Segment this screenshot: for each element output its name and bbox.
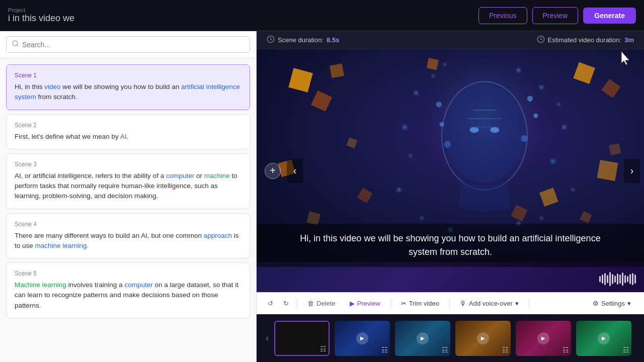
toolbar-separator-3: [449, 299, 450, 309]
trim-video-button[interactable]: ✂ Trim video: [395, 297, 445, 310]
timeline-thumb-5[interactable]: ▶☷: [516, 321, 571, 356]
thumb-overlay-icon-1: ☷: [320, 345, 327, 353]
search-icon: [12, 40, 19, 49]
thumb-play-icon-6: ▶: [598, 332, 610, 344]
dropdown-arrow-icon: ▾: [515, 300, 519, 307]
timeline-thumb-6[interactable]: ▶☷: [576, 321, 631, 356]
svg-point-0: [13, 41, 18, 46]
estimated-duration-value: 3m: [624, 36, 634, 44]
trim-icon: ✂: [401, 300, 407, 307]
thumb-play-icon-3: ▶: [417, 332, 429, 344]
svg-point-24: [550, 159, 555, 163]
right-panel: Scene duration: 8.5s Estimated video dur…: [257, 31, 644, 362]
svg-point-45: [444, 141, 451, 148]
scene-duration-label: Scene duration:: [278, 36, 324, 44]
svg-point-21: [403, 125, 407, 129]
timeline-thumb-2[interactable]: ▶☷: [335, 321, 390, 356]
svg-rect-15: [427, 58, 439, 70]
svg-point-40: [527, 96, 533, 102]
svg-point-18: [432, 75, 435, 77]
top-bar: Project i in this video we Previous Prev…: [0, 0, 644, 31]
search-input[interactable]: [22, 41, 245, 49]
scene-text-3: AI, or artificial intelligence, refers t…: [15, 171, 242, 202]
scene-label-2: Scene 2: [15, 122, 242, 129]
thumb-overlay-icon-4: ☷: [502, 346, 509, 354]
timeline-prev-button[interactable]: ‹: [262, 331, 273, 345]
redo-icon: ↻: [283, 300, 289, 307]
duration-bar: Scene duration: 8.5s Estimated video dur…: [257, 31, 644, 49]
subtitle-text: Hi, in this video we will be showing you…: [277, 232, 624, 259]
search-input-wrapper[interactable]: [6, 36, 250, 53]
toolbar-separator-4: [529, 299, 529, 309]
svg-point-26: [572, 189, 574, 191]
settings-dropdown-icon: ▾: [627, 300, 631, 307]
previous-button[interactable]: Previous: [478, 7, 527, 24]
svg-rect-47: [609, 143, 621, 155]
timeline-thumbs: ☷▶☷▶☷▶☷▶☷▶☷: [273, 321, 633, 356]
thumb-overlay-icon-2: ☷: [381, 346, 388, 354]
play-icon: ▶: [350, 300, 355, 307]
toolbar-separator-2: [390, 299, 391, 309]
svg-point-27: [443, 63, 446, 66]
svg-line-1: [17, 45, 18, 46]
scene-card-4[interactable]: Scene 4There are many different ways to …: [6, 213, 250, 259]
svg-point-17: [415, 92, 418, 95]
svg-point-43: [436, 102, 442, 107]
scene-card-1[interactable]: Scene 1Hi, in this video we will be show…: [6, 64, 250, 110]
search-bar: [0, 31, 256, 58]
estimated-duration-info: Estimated video duration: 3m: [537, 35, 634, 45]
scene-duration-info: Scene duration: 8.5s: [267, 35, 339, 45]
prev-scene-arrow[interactable]: ‹: [287, 159, 303, 183]
video-preview: Hi, in this video we will be showing you…: [257, 49, 644, 292]
scene-card-2[interactable]: Scene 2First, let's define what we mean …: [6, 114, 250, 149]
svg-point-20: [557, 103, 560, 106]
scene-label-3: Scene 3: [15, 161, 242, 168]
toolbar-separator-1: [297, 299, 297, 309]
thumb-play-icon-5: ▶: [537, 332, 549, 344]
thumb-play-icon-2: ▶: [356, 332, 368, 344]
mic-icon: 🎙: [460, 300, 466, 307]
clock-icon: [267, 35, 275, 45]
scene-text-4: There are many different ways to build a…: [15, 231, 242, 251]
scene-card-3[interactable]: Scene 3AI, or artificial intelligence, r…: [6, 153, 250, 209]
svg-point-19: [540, 85, 543, 89]
preview-button[interactable]: Preview: [532, 7, 579, 24]
svg-point-31: [421, 217, 423, 220]
scene-text-1: Hi, in this video we will be showing you…: [15, 82, 242, 103]
svg-point-44: [439, 122, 444, 127]
svg-point-34: [445, 83, 525, 183]
timeline-thumb-4[interactable]: ▶☷: [455, 321, 511, 356]
settings-button[interactable]: ⚙ Settings ▾: [587, 297, 637, 310]
next-scene-arrow[interactable]: ›: [624, 159, 640, 183]
svg-point-39: [490, 127, 499, 133]
subtitle-line2: system from scratch.: [409, 247, 492, 257]
svg-point-22: [562, 125, 566, 129]
undo-button[interactable]: ↺: [264, 297, 277, 310]
estimated-duration-label: Estimated video duration:: [548, 36, 622, 44]
redo-button[interactable]: ↻: [279, 297, 293, 310]
timeline-thumb-1[interactable]: ☷: [274, 321, 330, 356]
settings-icon: ⚙: [593, 300, 599, 307]
svg-point-28: [517, 68, 520, 72]
scene-label-5: Scene 5: [15, 270, 242, 277]
undo-icon: ↺: [268, 300, 273, 307]
top-bar-actions: Previous Preview Generate: [478, 7, 636, 24]
scene-card-5[interactable]: Scene 5Machine learning involves trainin…: [6, 262, 250, 318]
left-panel: Scene 1Hi, in this video we will be show…: [0, 31, 257, 362]
clock-icon-2: [537, 35, 545, 45]
delete-icon: 🗑: [307, 300, 314, 307]
project-label: Project: [8, 7, 74, 13]
timeline-thumb-3[interactable]: ▶☷: [395, 321, 450, 356]
add-voiceover-button[interactable]: 🎙 Add voice-over ▾: [454, 297, 525, 310]
svg-point-42: [521, 135, 528, 142]
main-content: Scene 1Hi, in this video we will be show…: [0, 31, 644, 362]
generate-button[interactable]: Generate: [583, 8, 636, 24]
scene-text-2: First, let's define what we mean by AI.: [15, 132, 242, 142]
subtitle-overlay: Hi, in this video we will be showing you…: [257, 224, 644, 267]
add-scene-button[interactable]: +: [265, 163, 281, 179]
delete-button[interactable]: 🗑 Delete: [301, 297, 342, 310]
timeline-strip: ‹ ☷▶☷▶☷▶☷▶☷▶☷: [257, 314, 644, 362]
thumb-overlay-icon-5: ☷: [562, 346, 569, 354]
scene-duration-value: 8.5s: [327, 36, 339, 44]
preview-video-button[interactable]: ▶ Preview: [344, 297, 386, 310]
